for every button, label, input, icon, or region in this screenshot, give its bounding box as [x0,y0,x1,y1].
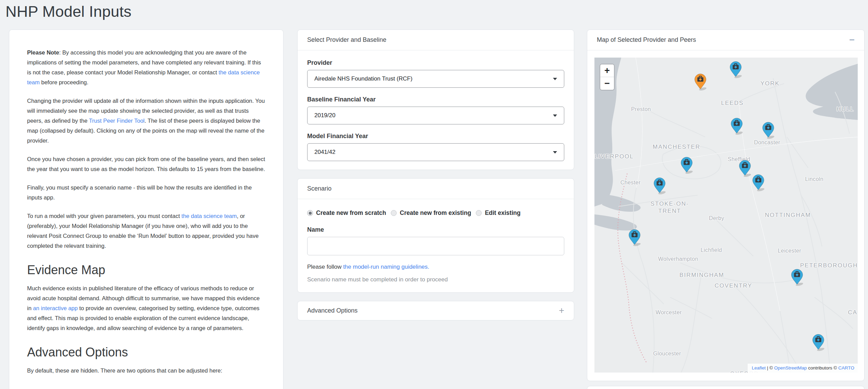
text: contributors © [807,365,839,370]
provider-select[interactable]: Airedale NHS Foundation Trust (RCF) [307,70,564,88]
radio-option-label: Edit existing [485,209,520,217]
text-link[interactable]: Trust Peer Finder Tool [89,118,144,124]
dropdown-caret-icon [553,114,557,117]
advanced-options-title: Advanced Options [307,307,358,314]
provider-label: Provider [307,59,564,66]
peer-provider-marker-icon[interactable] [738,160,752,177]
expand-plus-icon[interactable]: + [559,306,564,315]
peer-provider-marker-icon[interactable] [729,61,743,78]
section-heading: Evidence Map [27,263,265,277]
zoom-in-button[interactable]: + [600,64,614,77]
intro-card: Please Note: By accessing this model you… [9,29,284,389]
map-attribution: Leaflet | © OpenStreetMap contributors ©… [748,364,858,373]
text: Finally, you must specify a scenario nam… [27,184,252,200]
map-zoom-control: + − [600,64,615,90]
baseline-year-field: Baseline Financial Year 2019/20 [307,96,564,124]
zoom-out-button[interactable]: − [600,77,614,90]
scenario-type-radio-option[interactable]: Create new from scratch [307,209,386,217]
provider-baseline-card: Select Provider and Baseline Provider Ai… [297,29,574,170]
map-card: Map of Selected Provider and Peers − [587,29,865,381]
radio-option-label: Create new from existing [400,209,471,217]
paragraph: By default, these are hidden. There are … [27,366,265,376]
provider-select-value: Airedale NHS Foundation Trust (RCF) [314,75,412,82]
naming-guidelines-help: Please follow the model-run naming guide… [307,264,564,270]
text: Evidence Map [27,263,105,277]
baseline-year-select-value: 2019/20 [314,112,335,119]
text: | © [765,365,774,370]
peer-provider-marker-icon[interactable] [751,174,765,191]
advanced-options-card[interactable]: Advanced Options + [297,301,574,320]
radio-unselected-icon[interactable] [391,210,397,216]
text: Please follow [307,264,343,270]
scenario-card: Scenario Create new from scratchCreate n… [297,178,574,293]
text: To run a model with your given parameter… [27,213,181,219]
basemap-tiles [594,58,858,373]
page-title: NHP Model Inputs [5,3,132,21]
paragraph: Much evidence exists in published litera… [27,283,265,333]
text-link[interactable]: CARTO [838,365,854,370]
text-link[interactable]: the model-run naming guidelines. [343,264,429,270]
model-year-select-value: 2041/42 [314,149,335,156]
section-heading: Advanced Options [27,345,265,360]
dropdown-caret-icon [553,151,557,154]
baseline-year-label: Baseline Financial Year [307,96,564,103]
leaflet-map[interactable]: PrestonYORKLEEDSHULLMANCHESTERLIVERPOOLD… [594,58,858,373]
radio-selected-icon[interactable] [307,210,313,216]
peer-provider-marker-icon[interactable] [628,229,641,246]
model-year-select[interactable]: 2041/42 [307,143,564,161]
scenario-validation-message: Scenario name must be completed in order… [307,276,564,283]
text-link[interactable]: the data science team [181,213,237,219]
peer-provider-marker-icon[interactable] [653,177,666,194]
provider-card-title: Select Provider and Baseline [307,36,386,44]
map-card-header[interactable]: Map of Selected Provider and Peers − [587,30,864,50]
scenario-name-input[interactable] [307,237,564,255]
peers-list-card[interactable] [587,386,865,389]
paragraph: Changing the provider will update all of… [27,96,265,146]
paragraph: Finally, you must specify a scenario nam… [27,183,265,203]
selected-provider-marker-icon[interactable] [694,73,707,90]
scenario-type-radio-option[interactable]: Edit existing [476,209,520,217]
paragraph: Once you have chosen a provider, you can… [27,154,265,174]
scenario-type-radio-option[interactable]: Create new from existing [391,209,471,217]
text-link[interactable]: an interactive app [33,305,77,311]
baseline-year-select[interactable]: 2019/20 [307,107,564,124]
dropdown-caret-icon [553,78,557,80]
text-link[interactable]: OpenStreetMap [774,365,807,370]
scenario-type-radio-group: Create new from scratchCreate new from e… [307,209,564,217]
provider-field: Provider Airedale NHS Foundation Trust (… [307,59,564,88]
model-year-field: Model Financial Year 2041/42 [307,133,564,161]
bold-text: Please Note [27,49,59,56]
radio-unselected-icon[interactable] [476,210,482,216]
collapse-minus-icon[interactable]: − [849,35,855,45]
scenario-name-label: Name [307,226,564,233]
text: By default, these are hidden. There are … [27,367,222,374]
peer-provider-marker-icon[interactable] [730,118,744,135]
peer-provider-marker-icon[interactable] [761,122,775,139]
peer-provider-marker-icon[interactable] [811,334,825,351]
provider-card-header: Select Provider and Baseline [298,30,574,50]
paragraph: Please Note: By accessing this model you… [27,48,265,87]
paragraph: To run a model with your given parameter… [27,211,265,251]
text: Advanced Options [27,345,128,359]
peer-provider-marker-icon[interactable] [790,269,804,286]
model-year-label: Model Financial Year [307,133,564,140]
text-link[interactable]: Leaflet [752,365,766,370]
scenario-card-header: Scenario [298,179,574,199]
intro-text: Please Note: By accessing this model you… [9,30,283,389]
peer-provider-marker-icon[interactable] [680,157,694,174]
text: Once you have chosen a provider, you can… [27,156,265,172]
scenario-card-title: Scenario [307,185,331,192]
text: before proceeding. [40,79,88,85]
radio-option-label: Create new from scratch [316,209,386,217]
map-card-title: Map of Selected Provider and Peers [597,36,696,44]
